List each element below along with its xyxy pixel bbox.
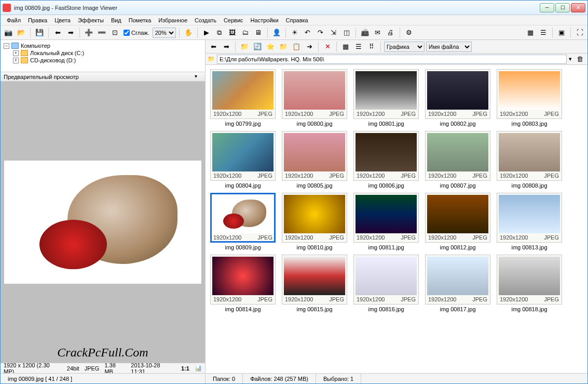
canvas-icon[interactable]: ◫ (341, 27, 352, 38)
hand-tool-icon[interactable]: ✋ (183, 27, 194, 38)
print-icon[interactable]: 🖨 (385, 27, 396, 38)
folder-tree[interactable]: − Компьютер + Локальный диск (C:) + CD-д… (1, 40, 205, 72)
zoom-in-icon[interactable]: ➕ (83, 27, 94, 38)
adjust-icon[interactable]: ☀ (289, 27, 300, 38)
thumbnail[interactable]: 1920x1200JPEGimg 00808.jpg (496, 131, 563, 189)
view-small-icon[interactable]: ⠿ (366, 41, 377, 52)
thumb-format: JPEG (401, 296, 416, 302)
email-icon[interactable]: ✉ (372, 27, 384, 38)
next-icon[interactable]: ➡ (65, 27, 76, 38)
menu-создать[interactable]: Создать (192, 16, 220, 24)
thumbnail[interactable]: 1920x1200JPEGimg 00817.jpg (425, 255, 491, 312)
thumb-filename: img 00814.jpg (225, 304, 261, 312)
menu-вид[interactable]: Вид (108, 16, 125, 24)
expand-icon[interactable]: + (13, 50, 19, 56)
thumbnail[interactable]: 1920x1200JPEGimg 00803.jpg (496, 69, 563, 127)
thumbnail[interactable]: 1920x1200JPEGimg 00800.jpg (281, 69, 348, 127)
settings-icon[interactable]: ⚙ (403, 27, 415, 38)
compare-icon[interactable]: ⧉ (214, 27, 225, 38)
view-details-icon[interactable]: ☰ (353, 41, 364, 52)
tool2-icon[interactable]: 🗂 (240, 27, 251, 38)
thumb-resolution: 1920x1200 (285, 173, 313, 179)
rotate-right-icon[interactable]: ↷ (315, 27, 326, 38)
rotate-left-icon[interactable]: ↶ (302, 27, 313, 38)
menu-сервис[interactable]: Сервис (221, 16, 247, 24)
menu-избранное[interactable]: Избранное (155, 16, 190, 24)
path-input[interactable]: E:\Для работы\Wallpapers. HQ. Mix 506\ (217, 55, 567, 64)
thumbnail[interactable]: 1920x1200JPEGimg 00815.jpg (281, 255, 348, 312)
view-thumb-icon[interactable]: ▦ (525, 27, 536, 38)
save-icon[interactable]: 💾 (34, 27, 45, 38)
thumb-resolution: 1920x1200 (428, 296, 456, 302)
collapse-icon[interactable]: − (4, 43, 9, 49)
folder-up-icon[interactable]: 📁 (239, 41, 250, 52)
preview-menu-icon[interactable]: ▾ (195, 73, 202, 81)
contact-sheet-icon[interactable]: 👤 (271, 27, 282, 38)
computer-icon (11, 43, 19, 49)
thumbnail[interactable]: 1920x1200JPEGimg 00799.jpg (210, 69, 276, 127)
menu-правка[interactable]: Правка (25, 16, 50, 24)
resize-icon[interactable]: ⇲ (328, 27, 339, 38)
thumbnail[interactable]: 1920x1200JPEGimg 00811.jpg (353, 193, 419, 250)
thumbnail-grid[interactable]: 1920x1200JPEGimg 00799.jpg1920x1200JPEGi… (206, 65, 587, 373)
close-button[interactable]: ✕ (571, 3, 585, 12)
nav-back-icon[interactable]: ⬅ (208, 41, 219, 52)
fullscreen-icon[interactable]: ⛶ (574, 27, 585, 38)
tree-item[interactable]: + CD-дисковод (D:) (4, 57, 202, 64)
zoom-select[interactable]: 20% (153, 28, 176, 38)
thumbnail[interactable]: 1920x1200JPEGimg 00806.jpg (353, 131, 419, 189)
zoom-out-icon[interactable]: ➖ (96, 27, 107, 38)
histogram-icon[interactable]: 📊 (195, 365, 202, 372)
thumb-format: JPEG (257, 111, 272, 117)
view-list-icon[interactable]: ☰ (538, 27, 549, 38)
nav-fwd-icon[interactable]: ➡ (221, 41, 232, 52)
delete-icon[interactable]: ✕ (322, 41, 333, 52)
thumbnail[interactable]: 1920x1200JPEGimg 00818.jpg (496, 255, 563, 312)
thumbnail[interactable]: 1920x1200JPEGimg 00816.jpg (353, 255, 419, 312)
scanner-icon[interactable]: 📠 (359, 27, 371, 38)
menu-пометка[interactable]: Пометка (126, 16, 155, 24)
view-single-icon[interactable]: ▣ (556, 27, 567, 38)
maximize-button[interactable]: ☐ (555, 3, 570, 12)
thumbnail[interactable]: 1920x1200JPEGimg 00814.jpg (210, 255, 276, 312)
slideshow-icon[interactable]: ▶ (201, 27, 212, 38)
fav-add-icon[interactable]: 📁 (278, 41, 289, 52)
menu-файл[interactable]: Файл (4, 16, 24, 24)
thumb-image (355, 257, 417, 295)
acquire-icon[interactable]: 📷 (3, 27, 14, 38)
filter-select[interactable]: Графика (384, 42, 425, 52)
zoom-fit-icon[interactable]: ⊡ (109, 27, 120, 38)
menu-настройки[interactable]: Настройки (248, 16, 282, 24)
thumbnail[interactable]: 1920x1200JPEGimg 00812.jpg (425, 193, 491, 250)
move-to-icon[interactable]: ➜ (304, 41, 315, 52)
copy-to-icon[interactable]: 📋 (291, 41, 302, 52)
thumbnail[interactable]: 1920x1200JPEGimg 00813.jpg (496, 193, 563, 250)
tree-root[interactable]: − Компьютер (4, 42, 202, 49)
thumbnail[interactable]: 1920x1200JPEGimg 00809.jpg (210, 193, 276, 250)
refresh-icon[interactable]: 🔄 (252, 41, 263, 52)
sort-select[interactable]: Имя файла (426, 42, 472, 52)
expand-icon[interactable]: + (13, 58, 19, 63)
wallpaper-icon[interactable]: 🖥 (253, 27, 264, 38)
smoothing-toggle[interactable]: Сглаж. (122, 30, 151, 36)
thumbnail[interactable]: 1920x1200JPEGimg 00802.jpg (425, 69, 491, 127)
thumbnail[interactable]: 1920x1200JPEGimg 00810.jpg (281, 193, 348, 250)
path-dropdown-icon[interactable]: ▾ (569, 56, 572, 62)
prev-icon[interactable]: ⬅ (52, 27, 63, 38)
open-folder-icon[interactable]: 📂 (16, 27, 27, 38)
tree-item[interactable]: + Локальный диск (C:) (4, 49, 202, 57)
view-large-icon[interactable]: ▦ (340, 41, 351, 52)
tool-icon[interactable]: 🖼 (227, 27, 238, 38)
thumbnail[interactable]: 1920x1200JPEGimg 00801.jpg (353, 69, 419, 127)
thumbnail[interactable]: 1920x1200JPEGimg 00804.jpg (210, 131, 276, 189)
fav-icon[interactable]: ⭐ (265, 41, 276, 52)
menu-эффекты[interactable]: Эффекты (75, 16, 107, 24)
thumbnail[interactable]: 1920x1200JPEGimg 00805.jpg (281, 131, 348, 189)
menu-справка[interactable]: Справка (283, 16, 311, 24)
recycle-icon[interactable]: 🗑 (574, 54, 585, 65)
preview-area[interactable]: CrackPcFull.Com (1, 82, 205, 363)
menu-цвета[interactable]: Цвета (51, 16, 74, 24)
folder-icon: 📁 (208, 56, 215, 62)
thumbnail[interactable]: 1920x1200JPEGimg 00807.jpg (425, 131, 491, 189)
minimize-button[interactable]: ─ (540, 3, 554, 12)
